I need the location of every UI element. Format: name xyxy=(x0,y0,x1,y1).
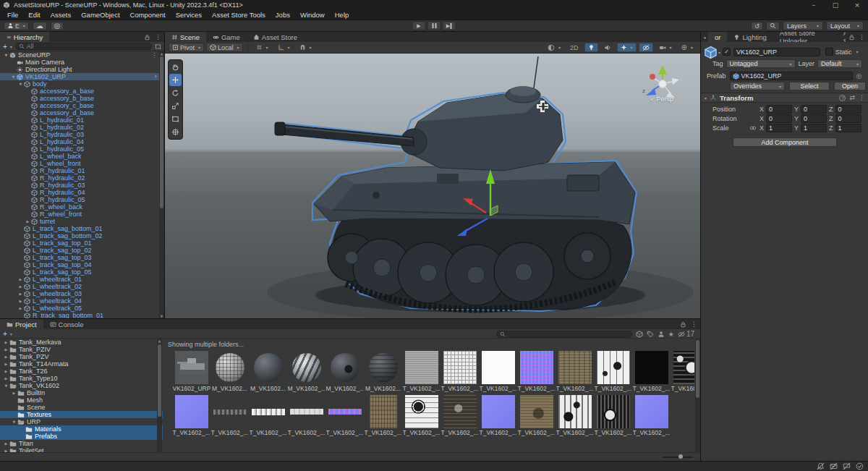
project-tree-scrollbar[interactable]: ▲ ▼ xyxy=(157,339,162,457)
hierarchy-item-l-wheeltrack-04[interactable]: ▶ L_wheeltrack_04 xyxy=(0,297,159,305)
asset-t-vk1602-[interactable]: T_VK1602_... xyxy=(402,351,441,392)
asset-thumbnail[interactable] xyxy=(367,351,400,384)
hierarchy-item-accessory-a-base[interactable]: accessory_a_base xyxy=(0,88,159,95)
hierarchy-item-l-hydraulic-03[interactable]: L_hydraulic_03 xyxy=(0,131,159,138)
folder-scene[interactable]: Scene xyxy=(0,404,163,411)
asset-t-vk1602-[interactable]: T_VK1602_... xyxy=(632,351,671,392)
hidden-assets-toggle[interactable]: 17 xyxy=(678,330,694,338)
menu-services[interactable]: Services xyxy=(171,11,207,19)
tab-hierarchy[interactable]: ≡ Hierarchy xyxy=(0,32,49,42)
axis-field[interactable]: 0 xyxy=(766,105,792,114)
active-checkbox[interactable]: ✓ xyxy=(723,48,731,56)
move-tool[interactable] xyxy=(169,74,182,86)
tab-console[interactable]: Console xyxy=(43,319,90,329)
lock-icon[interactable] xyxy=(144,34,150,41)
hierarchy-item-vk1602-urp[interactable]: ▼ VK1602_URP › xyxy=(0,73,159,80)
effects-dropdown[interactable]: ▾ xyxy=(617,43,637,52)
static-dropdown[interactable]: ▾ xyxy=(856,49,859,54)
asset-thumbnail[interactable] xyxy=(328,395,362,428)
hierarchy-item-l-hydraulic-02[interactable]: L_hydraulic_02 xyxy=(0,124,159,131)
folder-builtin[interactable]: ▶ BuiltIn xyxy=(0,389,163,396)
scene-lighting-toggle[interactable] xyxy=(584,43,598,52)
thumbnail-size-handle[interactable] xyxy=(678,454,683,459)
hierarchy-item-l-track-sag-top-03[interactable]: L_track_sag_top_03 xyxy=(0,254,159,261)
hierarchy-item-l-hydraulic-05[interactable]: L_hydraulic_05 xyxy=(0,145,159,153)
hierarchy-item-r-hydraulic-03[interactable]: R_hydraulic_03 xyxy=(0,182,159,189)
asset-m-vk1602-[interactable]: M_VK1602... xyxy=(364,351,402,392)
asset-thumbnail[interactable] xyxy=(558,351,592,384)
layers-dropdown[interactable]: Layers▾ xyxy=(783,21,823,30)
menu-jobs[interactable]: Jobs xyxy=(271,11,295,19)
asset-vk1602-urp[interactable]: VK1602_URP xyxy=(172,351,210,392)
hierarchy-item-accessory-b-base[interactable]: accessory_b_base xyxy=(0,95,159,102)
tank-3d-model[interactable] xyxy=(165,54,700,318)
folder-titan[interactable]: ▶ Titan xyxy=(0,440,163,447)
hierarchy-item-sceneurp[interactable]: ▼ SceneURP ⋮ xyxy=(0,51,159,59)
transform-component-header[interactable]: ▾ Transform ? ⇄ ⋮ xyxy=(701,93,868,103)
search-by-label-icon[interactable] xyxy=(647,331,654,338)
search-by-type-icon[interactable] xyxy=(636,331,643,338)
object-name-field[interactable]: VK1602_URP xyxy=(733,48,820,56)
pivot-dropdown[interactable]: Pivot▾ xyxy=(169,43,204,52)
scale-link-icon[interactable] xyxy=(749,124,757,132)
hierarchy-item-r-track-sag-bottom-01[interactable]: R_track_sag_bottom_01 xyxy=(0,312,159,318)
search-by-bundle-icon[interactable] xyxy=(658,331,665,338)
asset-thumbnail[interactable] xyxy=(443,395,477,428)
hierarchy-item-accessory-d-base[interactable]: accessory_d_base xyxy=(0,109,159,116)
tab-game[interactable]: Game xyxy=(206,32,247,42)
asset-thumbnail[interactable] xyxy=(328,351,362,384)
asset-thumbnail[interactable] xyxy=(405,351,438,384)
axis-field[interactable]: 0 xyxy=(801,105,827,114)
rect-tool[interactable] xyxy=(169,113,182,125)
hierarchy-search-input[interactable]: All xyxy=(15,43,152,50)
select-button[interactable]: Select xyxy=(789,82,830,90)
asset-t-vk1602-[interactable]: T_VK1602_... xyxy=(402,395,441,436)
prefab-options-icon[interactable]: ◎ xyxy=(856,72,862,80)
save-search-star-icon[interactable]: ★ xyxy=(668,331,674,338)
axis-field[interactable]: 1 xyxy=(835,124,861,132)
axis-field[interactable]: 0 xyxy=(835,114,861,123)
hierarchy-item-l-track-sag-top-01[interactable]: L_track_sag_top_01 xyxy=(0,239,159,247)
folder-tank-t14armata[interactable]: ▶ Tank_T14Armata xyxy=(0,360,163,368)
folder-tank-merkava[interactable]: ▶ Tank_Merkava xyxy=(0,339,163,346)
maximize-button[interactable]: ▢ xyxy=(825,0,846,10)
tab-scene[interactable]: Scene xyxy=(165,32,206,42)
hierarchy-item-l-track-sag-bottom-01[interactable]: L_track_sag_bottom_01 xyxy=(0,225,159,232)
asset-t-vk1602-[interactable]: T_VK1602_... xyxy=(479,395,517,436)
hierarchy-item-l-hydraulic-04[interactable]: L_hydraulic_04 xyxy=(0,138,159,145)
asset-t-vk1602-[interactable]: T_VK1602_... xyxy=(671,351,694,392)
hierarchy-menu-kebab[interactable]: ⋮ xyxy=(155,33,161,41)
asset-thumbnail[interactable] xyxy=(520,351,553,384)
axis-field[interactable]: 1 xyxy=(801,124,827,132)
hierarchy-item-l-track-sag-top-04[interactable]: L_track_sag_top_04 xyxy=(0,261,159,268)
asset-thumbnail[interactable] xyxy=(482,351,515,384)
menu-asset-store-tools[interactable]: Asset Store Tools xyxy=(207,11,271,19)
asset-thumbnail[interactable] xyxy=(213,395,247,428)
asset-t-vk1602-[interactable]: T_VK1602_... xyxy=(632,395,671,436)
scene-audio-toggle[interactable] xyxy=(600,43,615,52)
view-tool[interactable] xyxy=(169,61,182,73)
inspector-menu-kebab[interactable]: ⋮ xyxy=(859,33,865,41)
asset-thumbnail[interactable] xyxy=(443,351,477,384)
asset-t-vk1602-[interactable]: T_VK1602_... xyxy=(249,395,287,436)
asset-t-vk1602-[interactable]: T_VK1602_... xyxy=(210,395,249,436)
add-object-button[interactable]: +▾ xyxy=(3,43,12,51)
menu-help[interactable]: Help xyxy=(330,11,354,19)
2d-toggle[interactable]: 2D xyxy=(566,43,582,52)
asset-thumbnail[interactable] xyxy=(290,395,323,428)
scene-viewport[interactable]: z ＜ Persp xyxy=(165,54,700,318)
minimize-button[interactable]: – xyxy=(803,0,825,10)
tab-scroll-left[interactable]: ◂ xyxy=(701,32,708,42)
menu-assets[interactable]: Assets xyxy=(46,11,77,19)
prefab-field[interactable]: VK1602_URP xyxy=(730,72,853,80)
hierarchy-item-r-hydraulic-04[interactable]: R_hydraulic_04 xyxy=(0,189,159,196)
hierarchy-item-l-wheeltrack-02[interactable]: ▶ L_wheeltrack_02 xyxy=(0,283,159,290)
add-component-button[interactable]: Add Component xyxy=(733,137,837,147)
tag-dropdown[interactable]: Untagged▾ xyxy=(726,59,796,68)
prefab-open-chevron[interactable]: › xyxy=(154,72,157,80)
asset-thumbnail[interactable] xyxy=(520,395,553,428)
asset-thumbnail[interactable] xyxy=(252,351,285,384)
cloud-ok-icon[interactable] xyxy=(856,462,864,470)
pause-button[interactable] xyxy=(427,21,441,30)
undo-history-button[interactable]: ↺ xyxy=(751,22,763,30)
